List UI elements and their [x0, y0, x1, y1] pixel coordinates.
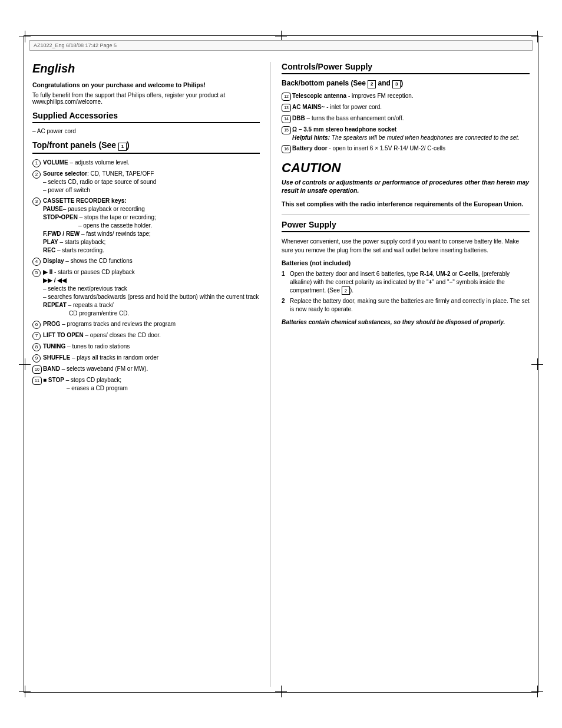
- list-item-10: 10 BAND – selects waveband (FM or MW).: [32, 365, 260, 374]
- list-item-6: 6 PROG – programs tracks and reviews the…: [32, 320, 260, 329]
- circle-3: 3: [32, 197, 41, 206]
- power-supply-intro: Whenever convenient, use the power suppl…: [282, 237, 530, 255]
- back-bottom-title: Back/bottom panels (See 2 and 3): [282, 79, 530, 88]
- circle-6: 6: [32, 321, 41, 329]
- right-list-item-12: 12 Telescopic antenna - improves FM rece…: [282, 92, 530, 101]
- circle-5: 5: [32, 269, 41, 277]
- circle-15: 15: [282, 126, 291, 134]
- page-columns: English Congratulations on your purchase…: [32, 62, 530, 687]
- right-list-item-16: 16 Battery door - open to insert 6 × 1.5…: [282, 144, 530, 153]
- right-list-item-15: 15 Ω – 3.5 mm stereo headphone socket He…: [282, 126, 530, 142]
- battery-step-1: 1 Open the battery door and insert 6 bat…: [282, 270, 530, 295]
- circle-4: 4: [32, 258, 41, 266]
- compliance-text: This set complies with the radio interfe…: [282, 200, 530, 209]
- top-front-title-text: Top/front panels (See: [32, 140, 118, 150]
- circle-8: 8: [32, 343, 41, 351]
- right-list-item-13: 13 AC MAINS~ - inlet for power cord.: [282, 103, 530, 112]
- battery-step-2: 2 Replace the battery door, making sure …: [282, 297, 530, 314]
- back-box-2: 2: [368, 80, 376, 88]
- welcome-bold: Congratulations on your purchase and wel…: [32, 81, 260, 88]
- left-main-title: English: [32, 62, 260, 75]
- caution-title: CAUTION: [282, 160, 530, 176]
- top-front-box: 1: [118, 143, 127, 151]
- crosshair-bottom-left: [19, 686, 31, 697]
- circle-1: 1: [32, 159, 41, 167]
- caution-text: Use of controls or adjustments or perfor…: [282, 178, 530, 195]
- list-item-9: 9 SHUFFLE – plays all tracks in random o…: [32, 354, 260, 363]
- back-box-3: 3: [392, 80, 401, 88]
- register-text: To fully benefit from the support that P…: [32, 92, 260, 105]
- circle-12: 12: [282, 93, 291, 101]
- circle-10: 10: [32, 365, 42, 374]
- crosshair-top-left: [19, 31, 31, 42]
- list-item-1: 1 VOLUME – adjusts volume level.: [32, 159, 260, 167]
- list-item-8: 8 TUNING – tunes to radio stations: [32, 342, 260, 351]
- caution-section: CAUTION Use of controls or adjustments o…: [282, 160, 530, 209]
- crosshair-top-right: [531, 31, 543, 42]
- top-front-title-end: ): [127, 140, 130, 150]
- crosshair-bottom-right: [531, 686, 543, 697]
- left-column: English Congratulations on your purchase…: [32, 62, 271, 687]
- circle-14: 14: [282, 115, 291, 123]
- circle-13: 13: [282, 104, 291, 112]
- right-list-item-14: 14 DBB – turns the bass enhancement on/o…: [282, 114, 530, 123]
- power-supply-title: Power Supply: [282, 220, 530, 232]
- circle-11: 11: [32, 377, 42, 385]
- circle-16: 16: [282, 145, 291, 153]
- header-text: AZ1022_Eng 6/18/08 17:42 Page 5: [34, 42, 117, 48]
- step1-box: 2: [342, 286, 350, 295]
- batteries-warning: Batteries contain chemical substances, s…: [282, 318, 530, 327]
- circle-7: 7: [32, 332, 41, 340]
- top-front-title: Top/front panels (See 1): [32, 140, 260, 154]
- helpful-hint-label: Helpful hints: The speakers will be mute…: [292, 134, 520, 141]
- list-item-4: 4 Display – shows the CD functions: [32, 257, 260, 266]
- crosshair-center-bottom: [275, 686, 287, 697]
- supplied-accessories-title: Supplied Accessories: [32, 111, 260, 123]
- battery-step-2-text: Replace the battery door, making sure th…: [290, 297, 530, 314]
- accessories-item: – AC power cord: [32, 128, 260, 134]
- right-main-title: Controls/Power Supply: [282, 62, 530, 74]
- batteries-subtitle: Batteries (not included): [282, 259, 530, 266]
- circle-9: 9: [32, 354, 41, 363]
- section-divider: [282, 215, 530, 215]
- crosshair-center-right: [531, 358, 543, 370]
- list-item-3: 3 CASSETTE RECORDER keys: PAUSE– pauses …: [32, 197, 260, 255]
- crosshair-center-left: [19, 358, 31, 370]
- list-item-11: 11 ■ STOP – stops CD playback; – erases …: [32, 376, 260, 393]
- list-item-5: 5 ▶ II - starts or pauses CD playback ▶▶…: [32, 268, 260, 318]
- right-column: Controls/Power Supply Back/bottom panels…: [271, 62, 530, 687]
- list-item-7: 7 LIFT TO OPEN – opens/ closes the CD do…: [32, 331, 260, 340]
- header-strip: AZ1022_Eng 6/18/08 17:42 Page 5: [29, 40, 533, 51]
- list-item-2: 2 Source selector: CD, TUNER, TAPE/OFF –…: [32, 170, 260, 195]
- back-bottom-title-text: Back/bottom panels (See: [282, 79, 368, 87]
- circle-2: 2: [32, 170, 41, 179]
